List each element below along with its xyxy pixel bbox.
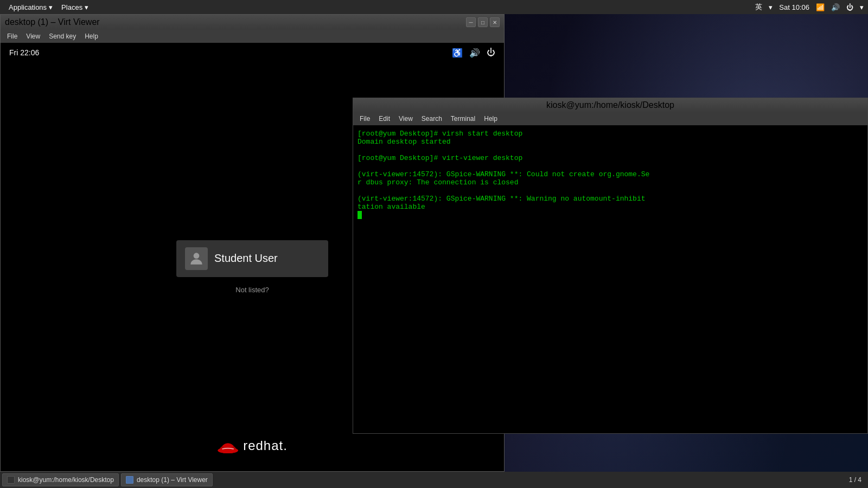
virt-menu-file[interactable]: File — [3, 30, 22, 43]
vm-power-icon[interactable]: ⏻ — [487, 48, 495, 57]
terminal-window: kiosk@yum:/home/kiosk/Desktop File Edit … — [353, 98, 868, 434]
virt-viewer-taskbar-icon — [126, 476, 133, 484]
vm-topbar: Fri 22:06 ♿ 🔊 ⏻ — [1, 43, 504, 62]
terminal-content[interactable]: [root@yum Desktop]# virsh start desktop … — [353, 125, 867, 433]
terminal-taskbar-icon — [7, 476, 15, 484]
maximize-button[interactable]: □ — [478, 17, 488, 27]
person-icon — [188, 250, 205, 267]
taskbar: kiosk@yum:/home/kiosk/Desktop desktop (1… — [0, 472, 868, 488]
user-avatar — [185, 247, 208, 270]
virt-menu-view[interactable]: View — [22, 30, 44, 43]
term-menu-search[interactable]: Search — [417, 112, 446, 125]
term-menu-help[interactable]: Help — [480, 112, 502, 125]
volume-icon[interactable]: 🔊 — [831, 3, 840, 11]
redhat-wordmark: redhat. — [243, 438, 288, 453]
term-menu-terminal[interactable]: Terminal — [446, 112, 480, 125]
system-topbar: Applications ▾ Places ▾ 英 ▾ Sat 10:06 📶 … — [0, 0, 868, 14]
virt-viewer-title: desktop (1) – Virt Viewer — [5, 17, 100, 27]
topbar-left: Applications ▾ Places ▾ — [4, 0, 93, 14]
vm-volume-icon[interactable]: 🔊 — [469, 48, 480, 58]
user-name: Student User — [214, 252, 278, 265]
vm-icons: ♿ 🔊 ⏻ — [452, 48, 495, 58]
places-menu[interactable]: Places ▾ — [57, 0, 93, 14]
applications-menu[interactable]: Applications ▾ — [4, 0, 57, 14]
term-menu-edit[interactable]: Edit — [374, 112, 394, 125]
terminal-title: kiosk@yum:/home/kiosk/Desktop — [546, 100, 674, 110]
places-label: Places — [61, 3, 82, 11]
user-card[interactable]: Student User — [176, 240, 328, 277]
taskbar-item-terminal[interactable]: kiosk@yum:/home/kiosk/Desktop — [2, 473, 119, 486]
taskbar-virt-viewer-label: desktop (1) – Virt Viewer — [137, 476, 208, 484]
topbar-arrow: ▾ — [769, 3, 773, 11]
virt-menu-sendkey[interactable]: Send key — [44, 30, 80, 43]
terminal-line-1: [root@yum Desktop]# virsh start desktop … — [358, 130, 649, 219]
virt-viewer-titlebar: desktop (1) – Virt Viewer ─ □ ✕ — [1, 15, 504, 30]
places-arrow: ▾ — [85, 3, 88, 11]
redhat-hat-icon — [217, 436, 239, 455]
power-arrow: ▾ — [860, 3, 864, 11]
not-listed-link[interactable]: Not listed? — [235, 286, 269, 294]
terminal-titlebar: kiosk@yum:/home/kiosk/Desktop — [353, 98, 867, 112]
taskbar-item-virt-viewer[interactable]: desktop (1) – Virt Viewer — [121, 473, 213, 486]
login-area: Student User Not listed? — [176, 62, 328, 471]
desktop-background: desktop (1) – Virt Viewer ─ □ ✕ File Vie… — [0, 14, 868, 472]
term-menu-file[interactable]: File — [355, 112, 374, 125]
vm-accessibility-icon[interactable]: ♿ — [452, 48, 463, 58]
vm-time: Fri 22:06 — [9, 48, 39, 57]
virt-viewer-controls: ─ □ ✕ — [466, 17, 500, 27]
virt-viewer-menubar: File View Send key Help — [1, 30, 504, 43]
taskbar-page-indicator: 1 / 4 — [849, 476, 866, 484]
virt-menu-help[interactable]: Help — [80, 30, 103, 43]
svg-point-0 — [194, 253, 200, 259]
power-icon[interactable]: ⏻ — [846, 3, 853, 11]
topbar-right: 英 ▾ Sat 10:06 📶 🔊 ⏻ ▾ — [755, 2, 864, 12]
taskbar-terminal-label: kiosk@yum:/home/kiosk/Desktop — [18, 476, 114, 484]
wifi-icon[interactable]: 📶 — [816, 3, 825, 11]
term-menu-view[interactable]: View — [394, 112, 417, 125]
applications-arrow: ▾ — [49, 3, 53, 11]
datetime-display: Sat 10:06 — [779, 3, 809, 11]
terminal-menubar: File Edit View Search Terminal Help — [353, 112, 867, 125]
close-button[interactable]: ✕ — [490, 17, 500, 27]
applications-label: Applications — [9, 3, 47, 11]
minimize-button[interactable]: ─ — [466, 17, 476, 27]
redhat-logo: redhat. — [217, 436, 288, 455]
language-indicator[interactable]: 英 — [755, 2, 762, 12]
